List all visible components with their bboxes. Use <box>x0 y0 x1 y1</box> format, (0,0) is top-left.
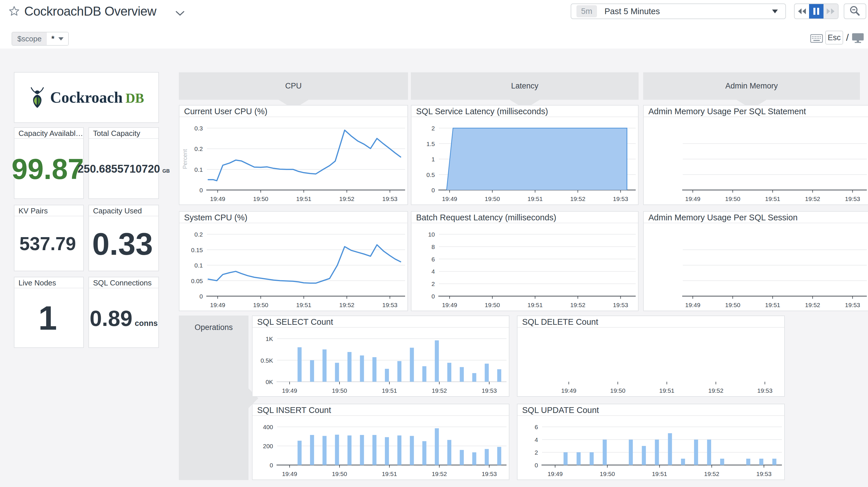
svg-text:0: 0 <box>431 187 435 194</box>
scope-selector[interactable]: $scope * <box>11 32 69 46</box>
esc-button[interactable]: Esc <box>825 31 843 45</box>
svg-text:19:52: 19:52 <box>339 302 354 308</box>
scope-value: * <box>47 32 68 45</box>
chart-sql-update-count: SQL UPDATE Count 024619:4919:5019:5119:5… <box>517 404 785 480</box>
svg-text:19:52: 19:52 <box>570 196 585 202</box>
chart-plot[interactable]: 19:4919:5019:5119:5219:53 <box>644 118 868 204</box>
chart-plot[interactable]: 00.050.10.150.219:4919:5019:5119:5219:53 <box>180 224 407 311</box>
stat-unit: GB <box>162 168 170 174</box>
chart-plot[interactable]: 024619:4919:5019:5119:5219:53 <box>518 417 784 480</box>
svg-text:1: 1 <box>431 156 435 163</box>
star-icon[interactable] <box>8 5 20 17</box>
scope-value-text: * <box>52 32 55 45</box>
pause-button[interactable] <box>809 4 824 19</box>
svg-text:19:51: 19:51 <box>528 196 543 202</box>
svg-text:0.15: 0.15 <box>191 247 203 253</box>
group-header-latency[interactable]: Latency <box>411 72 639 100</box>
chart-title: SQL SELECT Count <box>252 316 509 328</box>
svg-text:0: 0 <box>199 293 203 299</box>
scope-caret-icon <box>58 37 64 40</box>
svg-text:2: 2 <box>431 125 435 132</box>
stat-total-capacity: Total Capacity 250.6855710720GB <box>88 127 159 199</box>
svg-text:19:52: 19:52 <box>432 470 447 477</box>
svg-text:19:51: 19:51 <box>382 470 397 477</box>
svg-text:2: 2 <box>534 449 538 456</box>
slash-separator: / <box>846 32 849 43</box>
chart-plot[interactable]: 00.511.5219:4919:5019:5119:5219:53 <box>411 118 638 204</box>
stat-value: 537.79 <box>19 233 76 255</box>
svg-text:1.5: 1.5 <box>427 141 435 147</box>
svg-text:19:49: 19:49 <box>685 196 701 202</box>
chart-batch-request-latency: Batch Request Latency (milliseconds) 024… <box>411 211 639 311</box>
pause-icon <box>812 7 820 15</box>
svg-text:200: 200 <box>263 443 273 450</box>
cockroach-bug-icon <box>29 86 45 109</box>
svg-text:0: 0 <box>431 293 435 299</box>
svg-text:2: 2 <box>431 281 435 287</box>
svg-text:19:52: 19:52 <box>805 302 820 308</box>
time-range-caret-icon <box>772 9 778 13</box>
svg-text:19:49: 19:49 <box>210 302 225 308</box>
brand-text: CockroachDB <box>50 88 144 107</box>
svg-text:19:50: 19:50 <box>610 387 626 394</box>
group-header-cpu[interactable]: CPU <box>179 72 408 100</box>
stat-unit: conns <box>135 319 158 328</box>
page-title: CockroachDB Overview <box>24 4 156 19</box>
svg-text:19:52: 19:52 <box>339 196 354 202</box>
chart-plot[interactable]: 0K0.5K1K19:4919:5019:5119:5219:53 <box>252 328 509 396</box>
svg-text:4: 4 <box>431 268 435 275</box>
chart-plot[interactable]: 19:4919:5019:5119:5219:53 <box>644 224 868 311</box>
rewind-icon <box>797 7 807 15</box>
zoom-out-button[interactable] <box>844 3 866 19</box>
group-label: CPU <box>285 82 302 90</box>
group-header-admin-memory[interactable]: Admin Memory <box>643 72 860 100</box>
svg-text:19:53: 19:53 <box>482 387 497 394</box>
svg-text:19:53: 19:53 <box>382 196 398 202</box>
stat-value: 99.87 <box>11 152 84 186</box>
svg-text:Percent: Percent <box>182 149 188 169</box>
svg-text:19:52: 19:52 <box>432 387 447 394</box>
chart-title: SQL Service Latency (milliseconds) <box>411 106 638 117</box>
chart-plot[interactable]: 19:4919:5019:5119:5219:53 <box>518 328 784 396</box>
svg-text:0.5K: 0.5K <box>260 357 273 364</box>
stat-sql-connections: SQL Connections 0.89conns <box>88 277 159 348</box>
svg-text:8: 8 <box>431 244 435 250</box>
rewind-button[interactable] <box>795 4 809 19</box>
svg-text:0: 0 <box>270 462 273 468</box>
svg-text:19:49: 19:49 <box>282 387 297 394</box>
brand-suffix: DB <box>126 91 144 106</box>
svg-text:19:50: 19:50 <box>253 196 269 202</box>
group-label: Admin Memory <box>725 82 778 90</box>
chart-sql-insert-count: SQL INSERT Count 020040019:4919:5019:511… <box>252 404 509 480</box>
svg-text:19:49: 19:49 <box>442 196 457 202</box>
group-header-operations[interactable]: Operations <box>179 316 248 480</box>
playback-controls <box>794 3 839 19</box>
stat-value: 250.6855710720 <box>78 163 160 175</box>
svg-text:0K: 0K <box>266 378 273 385</box>
chart-title: SQL DELETE Count <box>518 316 784 328</box>
tv-mode-icon[interactable] <box>852 33 864 44</box>
chart-plot[interactable]: 020040019:4919:5019:5119:5219:53 <box>252 417 509 480</box>
group-label: Operations <box>179 316 248 332</box>
svg-text:19:51: 19:51 <box>296 196 311 202</box>
fast-forward-button[interactable] <box>824 4 838 19</box>
svg-text:19:51: 19:51 <box>652 470 667 477</box>
brand-name: Cockroach <box>50 89 123 106</box>
chevron-down-icon[interactable] <box>175 10 185 16</box>
svg-text:19:50: 19:50 <box>253 302 269 308</box>
chart-admin-memory-statement: Admin Memory Usage Per SQL Statement 19:… <box>643 105 868 205</box>
chart-plot[interactable]: 024681019:4919:5019:5119:5219:53 <box>411 224 638 311</box>
svg-text:0.1: 0.1 <box>194 166 203 173</box>
svg-text:0.05: 0.05 <box>191 278 203 284</box>
cockroachdb-logo-card: CockroachDB <box>14 72 159 123</box>
time-range-selector[interactable]: 5m Past 5 Minutes <box>571 3 786 19</box>
chart-title: System CPU (%) <box>180 212 407 223</box>
stat-capacity-available: Capacity Available... 99.87 <box>14 127 84 199</box>
stat-title: KV Pairs <box>14 205 83 216</box>
svg-text:19:53: 19:53 <box>845 302 860 308</box>
keyboard-icon[interactable] <box>810 34 823 43</box>
chart-title: Admin Memory Usage Per SQL Statement <box>644 106 868 117</box>
svg-text:19:53: 19:53 <box>613 302 628 308</box>
chart-plot[interactable]: 00.10.20.319:4919:5019:5119:5219:53Perce… <box>180 118 407 204</box>
svg-text:19:51: 19:51 <box>765 302 780 308</box>
